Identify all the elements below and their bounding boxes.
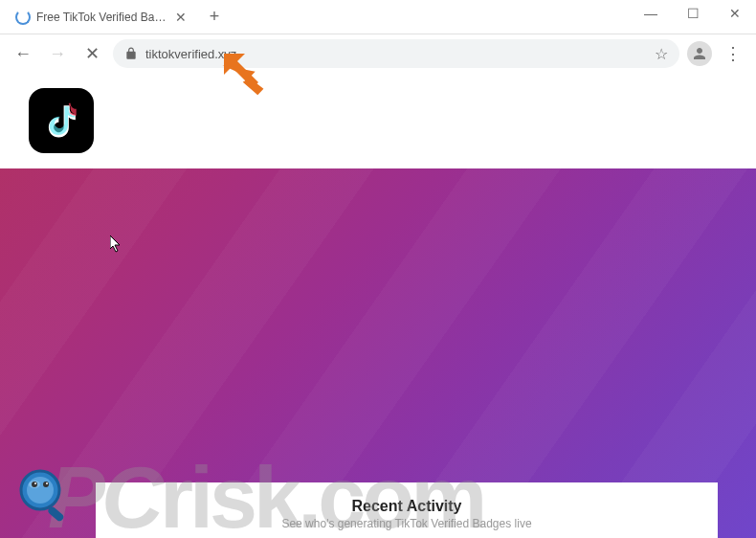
page-content: Recent Activity See who's generating Tik… [0, 73, 756, 538]
url-bar[interactable]: tiktokverified.xyz ☆ [113, 39, 679, 68]
loading-spinner-icon [15, 10, 31, 25]
minimize-button[interactable]: — [637, 0, 664, 27]
lock-icon [124, 47, 138, 60]
close-tab-icon[interactable]: ✕ [174, 11, 188, 24]
maximize-button[interactable]: ☐ [679, 0, 706, 27]
url-text: tiktokverified.xyz [145, 47, 647, 61]
browser-tab[interactable]: Free TikTok Verified Badge ✕ [6, 2, 197, 33]
tab-bar: Free TikTok Verified Badge ✕ + — ☐ ✕ [0, 0, 756, 34]
close-window-button[interactable]: ✕ [722, 0, 748, 27]
menu-button[interactable]: ⋮ [720, 43, 746, 64]
activity-title: Recent Activity [115, 498, 699, 515]
address-bar: ← → ✕ tiktokverified.xyz ☆ ⋮ [0, 34, 756, 73]
new-tab-button[interactable]: + [201, 4, 228, 31]
back-button[interactable]: ← [10, 40, 36, 67]
tiktok-logo [29, 88, 94, 153]
forward-button[interactable]: → [44, 40, 71, 67]
tab-title: Free TikTok Verified Badge [36, 11, 168, 24]
window-controls: — ☐ ✕ [637, 0, 748, 27]
stop-reload-button[interactable]: ✕ [78, 40, 105, 67]
bookmark-star-icon[interactable]: ☆ [655, 45, 668, 63]
hero-section: Recent Activity See who's generating Tik… [0, 168, 756, 538]
page-header [0, 73, 756, 168]
mouse-cursor-icon [110, 235, 123, 256]
tiktok-icon [41, 101, 81, 141]
person-icon [691, 45, 708, 62]
recent-activity-panel: Recent Activity See who's generating Tik… [96, 482, 718, 538]
profile-button[interactable] [687, 41, 712, 66]
activity-subtitle: See who's generating TikTok Verified Bad… [115, 517, 699, 530]
